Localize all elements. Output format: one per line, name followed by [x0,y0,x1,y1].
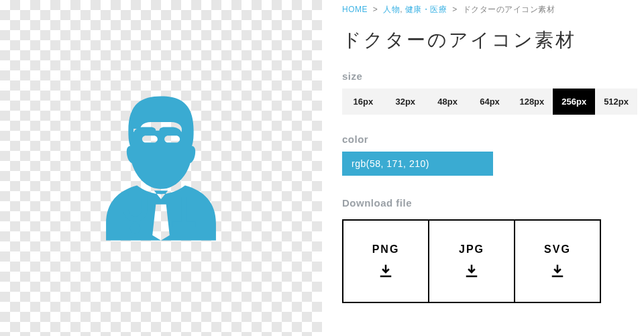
size-option-64[interactable]: 64px [469,89,511,115]
size-option-32[interactable]: 32px [384,89,427,115]
color-label: color [342,133,644,145]
download-format-label: JPG [459,243,484,256]
doctor-icon [75,82,247,254]
breadcrumb-home[interactable]: HOME [342,5,368,14]
size-option-256[interactable]: 256px [553,89,595,115]
color-input[interactable] [342,152,493,176]
size-selector: 16px 32px 48px 64px 128px 256px 512px [342,89,637,115]
download-icon [464,264,480,280]
download-jpg[interactable]: JPG [428,219,515,303]
size-option-48[interactable]: 48px [427,89,469,115]
download-label: Download file [342,197,644,209]
size-option-16[interactable]: 16px [342,89,384,115]
page-title: ドクターのアイコン素材 [342,27,644,53]
download-svg[interactable]: SVG [514,219,601,303]
download-icon [378,264,394,280]
download-png[interactable]: PNG [342,219,429,303]
size-label: size [342,70,644,82]
icon-preview [0,0,322,336]
size-option-128[interactable]: 128px [511,89,553,115]
breadcrumb: HOME > 人物, 健康・医療 > ドクターのアイコン素材 [342,4,644,15]
breadcrumb-current: ドクターのアイコン素材 [463,5,555,14]
breadcrumb-cat1[interactable]: 人物 [383,5,400,14]
download-format-label: SVG [544,243,571,256]
download-icon [549,264,566,280]
size-option-512[interactable]: 512px [595,89,637,115]
breadcrumb-cat2[interactable]: 健康・医療 [405,5,447,14]
download-format-label: PNG [372,243,400,256]
